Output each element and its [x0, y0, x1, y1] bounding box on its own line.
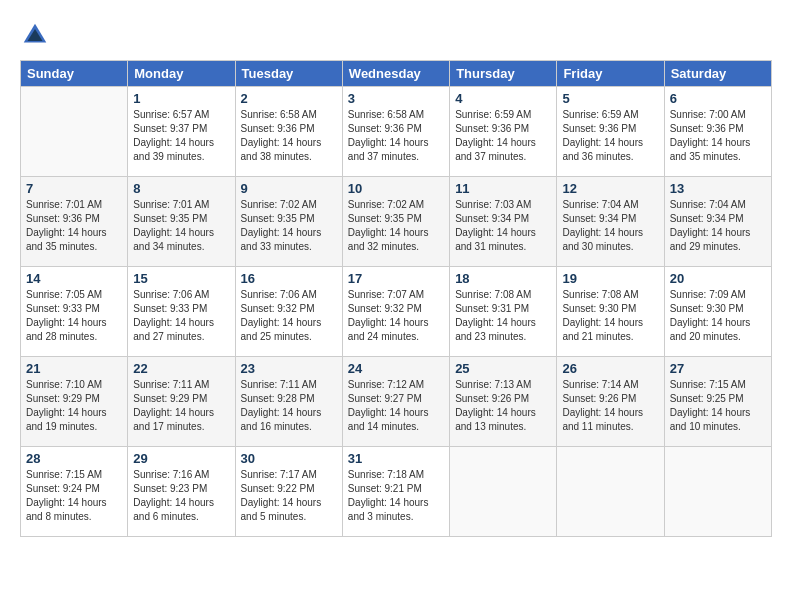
day-number: 21 [26, 361, 122, 376]
calendar-cell: 20Sunrise: 7:09 AMSunset: 9:30 PMDayligh… [664, 267, 771, 357]
day-info: Sunrise: 7:01 AMSunset: 9:35 PMDaylight:… [133, 198, 229, 254]
weekday-header: Sunday [21, 61, 128, 87]
day-number: 22 [133, 361, 229, 376]
page-header [20, 20, 772, 50]
day-info: Sunrise: 6:58 AMSunset: 9:36 PMDaylight:… [241, 108, 337, 164]
day-number: 31 [348, 451, 444, 466]
day-number: 2 [241, 91, 337, 106]
day-number: 11 [455, 181, 551, 196]
calendar-cell: 21Sunrise: 7:10 AMSunset: 9:29 PMDayligh… [21, 357, 128, 447]
day-info: Sunrise: 6:59 AMSunset: 9:36 PMDaylight:… [455, 108, 551, 164]
calendar-cell [21, 87, 128, 177]
calendar-cell: 29Sunrise: 7:16 AMSunset: 9:23 PMDayligh… [128, 447, 235, 537]
day-number: 9 [241, 181, 337, 196]
day-number: 27 [670, 361, 766, 376]
day-info: Sunrise: 7:00 AMSunset: 9:36 PMDaylight:… [670, 108, 766, 164]
day-info: Sunrise: 7:12 AMSunset: 9:27 PMDaylight:… [348, 378, 444, 434]
day-info: Sunrise: 7:02 AMSunset: 9:35 PMDaylight:… [348, 198, 444, 254]
day-info: Sunrise: 7:13 AMSunset: 9:26 PMDaylight:… [455, 378, 551, 434]
day-info: Sunrise: 7:09 AMSunset: 9:30 PMDaylight:… [670, 288, 766, 344]
calendar-cell: 27Sunrise: 7:15 AMSunset: 9:25 PMDayligh… [664, 357, 771, 447]
calendar-cell: 4Sunrise: 6:59 AMSunset: 9:36 PMDaylight… [450, 87, 557, 177]
calendar-cell: 2Sunrise: 6:58 AMSunset: 9:36 PMDaylight… [235, 87, 342, 177]
day-number: 5 [562, 91, 658, 106]
calendar-cell: 3Sunrise: 6:58 AMSunset: 9:36 PMDaylight… [342, 87, 449, 177]
calendar-cell: 25Sunrise: 7:13 AMSunset: 9:26 PMDayligh… [450, 357, 557, 447]
day-number: 24 [348, 361, 444, 376]
day-info: Sunrise: 7:14 AMSunset: 9:26 PMDaylight:… [562, 378, 658, 434]
calendar-cell [664, 447, 771, 537]
weekday-header: Saturday [664, 61, 771, 87]
day-info: Sunrise: 7:07 AMSunset: 9:32 PMDaylight:… [348, 288, 444, 344]
day-info: Sunrise: 7:04 AMSunset: 9:34 PMDaylight:… [670, 198, 766, 254]
day-number: 19 [562, 271, 658, 286]
day-info: Sunrise: 6:57 AMSunset: 9:37 PMDaylight:… [133, 108, 229, 164]
day-info: Sunrise: 7:10 AMSunset: 9:29 PMDaylight:… [26, 378, 122, 434]
day-number: 30 [241, 451, 337, 466]
day-number: 23 [241, 361, 337, 376]
day-number: 6 [670, 91, 766, 106]
day-number: 12 [562, 181, 658, 196]
day-number: 15 [133, 271, 229, 286]
day-info: Sunrise: 7:01 AMSunset: 9:36 PMDaylight:… [26, 198, 122, 254]
day-number: 17 [348, 271, 444, 286]
day-number: 16 [241, 271, 337, 286]
day-info: Sunrise: 7:16 AMSunset: 9:23 PMDaylight:… [133, 468, 229, 524]
calendar-cell: 23Sunrise: 7:11 AMSunset: 9:28 PMDayligh… [235, 357, 342, 447]
weekday-header: Friday [557, 61, 664, 87]
weekday-header: Wednesday [342, 61, 449, 87]
calendar-cell: 24Sunrise: 7:12 AMSunset: 9:27 PMDayligh… [342, 357, 449, 447]
calendar-cell: 30Sunrise: 7:17 AMSunset: 9:22 PMDayligh… [235, 447, 342, 537]
calendar-week-row: 1Sunrise: 6:57 AMSunset: 9:37 PMDaylight… [21, 87, 772, 177]
day-number: 29 [133, 451, 229, 466]
calendar-cell: 9Sunrise: 7:02 AMSunset: 9:35 PMDaylight… [235, 177, 342, 267]
calendar-cell: 7Sunrise: 7:01 AMSunset: 9:36 PMDaylight… [21, 177, 128, 267]
day-number: 8 [133, 181, 229, 196]
day-number: 4 [455, 91, 551, 106]
calendar-cell: 13Sunrise: 7:04 AMSunset: 9:34 PMDayligh… [664, 177, 771, 267]
day-number: 25 [455, 361, 551, 376]
calendar-cell: 15Sunrise: 7:06 AMSunset: 9:33 PMDayligh… [128, 267, 235, 357]
calendar-cell: 28Sunrise: 7:15 AMSunset: 9:24 PMDayligh… [21, 447, 128, 537]
day-info: Sunrise: 7:03 AMSunset: 9:34 PMDaylight:… [455, 198, 551, 254]
day-number: 3 [348, 91, 444, 106]
calendar-cell: 18Sunrise: 7:08 AMSunset: 9:31 PMDayligh… [450, 267, 557, 357]
day-info: Sunrise: 7:15 AMSunset: 9:25 PMDaylight:… [670, 378, 766, 434]
day-info: Sunrise: 7:06 AMSunset: 9:33 PMDaylight:… [133, 288, 229, 344]
day-info: Sunrise: 7:17 AMSunset: 9:22 PMDaylight:… [241, 468, 337, 524]
day-info: Sunrise: 7:18 AMSunset: 9:21 PMDaylight:… [348, 468, 444, 524]
weekday-header: Tuesday [235, 61, 342, 87]
day-number: 1 [133, 91, 229, 106]
calendar-cell: 8Sunrise: 7:01 AMSunset: 9:35 PMDaylight… [128, 177, 235, 267]
calendar-week-row: 14Sunrise: 7:05 AMSunset: 9:33 PMDayligh… [21, 267, 772, 357]
calendar-cell: 22Sunrise: 7:11 AMSunset: 9:29 PMDayligh… [128, 357, 235, 447]
day-number: 28 [26, 451, 122, 466]
day-number: 7 [26, 181, 122, 196]
day-number: 13 [670, 181, 766, 196]
calendar-cell: 16Sunrise: 7:06 AMSunset: 9:32 PMDayligh… [235, 267, 342, 357]
day-number: 10 [348, 181, 444, 196]
day-info: Sunrise: 7:06 AMSunset: 9:32 PMDaylight:… [241, 288, 337, 344]
day-info: Sunrise: 7:04 AMSunset: 9:34 PMDaylight:… [562, 198, 658, 254]
calendar-cell: 5Sunrise: 6:59 AMSunset: 9:36 PMDaylight… [557, 87, 664, 177]
calendar-cell: 19Sunrise: 7:08 AMSunset: 9:30 PMDayligh… [557, 267, 664, 357]
calendar-cell: 6Sunrise: 7:00 AMSunset: 9:36 PMDaylight… [664, 87, 771, 177]
day-number: 14 [26, 271, 122, 286]
calendar-cell: 31Sunrise: 7:18 AMSunset: 9:21 PMDayligh… [342, 447, 449, 537]
day-number: 20 [670, 271, 766, 286]
day-info: Sunrise: 7:08 AMSunset: 9:31 PMDaylight:… [455, 288, 551, 344]
day-number: 18 [455, 271, 551, 286]
day-info: Sunrise: 7:11 AMSunset: 9:29 PMDaylight:… [133, 378, 229, 434]
calendar-cell: 10Sunrise: 7:02 AMSunset: 9:35 PMDayligh… [342, 177, 449, 267]
logo-icon [20, 20, 50, 50]
day-info: Sunrise: 7:11 AMSunset: 9:28 PMDaylight:… [241, 378, 337, 434]
day-info: Sunrise: 7:15 AMSunset: 9:24 PMDaylight:… [26, 468, 122, 524]
calendar-cell [557, 447, 664, 537]
weekday-header: Monday [128, 61, 235, 87]
day-info: Sunrise: 6:58 AMSunset: 9:36 PMDaylight:… [348, 108, 444, 164]
calendar-cell: 14Sunrise: 7:05 AMSunset: 9:33 PMDayligh… [21, 267, 128, 357]
weekday-header: Thursday [450, 61, 557, 87]
calendar-cell: 1Sunrise: 6:57 AMSunset: 9:37 PMDaylight… [128, 87, 235, 177]
calendar-cell: 17Sunrise: 7:07 AMSunset: 9:32 PMDayligh… [342, 267, 449, 357]
calendar-cell: 11Sunrise: 7:03 AMSunset: 9:34 PMDayligh… [450, 177, 557, 267]
